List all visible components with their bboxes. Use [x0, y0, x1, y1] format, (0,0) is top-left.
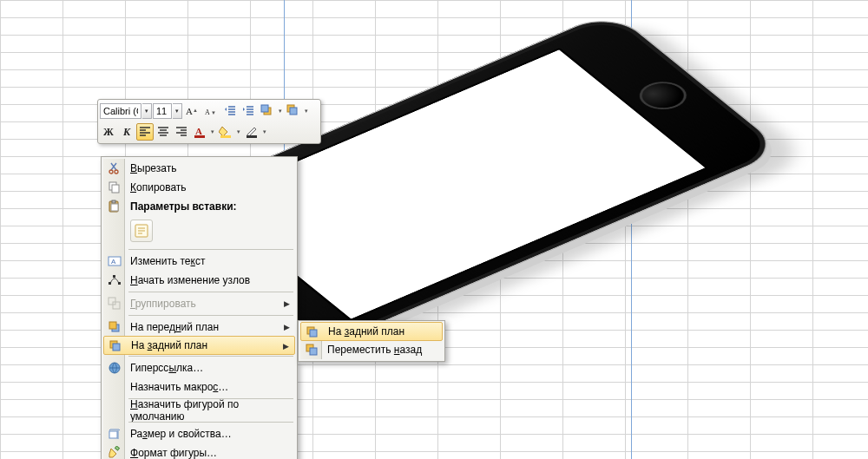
bold-button[interactable]: Ж — [100, 123, 117, 141]
svg-rect-5 — [261, 105, 268, 112]
svg-rect-35 — [310, 330, 317, 337]
copy-icon — [107, 180, 122, 194]
menu-item-bring-to-front[interactable]: На передний план ▶ — [103, 318, 295, 337]
font-size-combo[interactable] — [153, 103, 172, 119]
context-menu: ВВырезатьырезать Копировать Параметры вс… — [101, 156, 298, 459]
bring-to-front-icon — [107, 320, 122, 334]
svg-rect-15 — [112, 185, 119, 193]
increase-indent-icon — [242, 104, 256, 118]
svg-rect-26 — [113, 302, 120, 309]
fill-color-icon — [219, 125, 233, 139]
group-icon — [107, 297, 122, 311]
font-name-combo[interactable] — [100, 103, 141, 119]
submenu-send-to-back: На задний план Переместить назад — [298, 320, 445, 362]
align-left-button[interactable] — [136, 123, 154, 141]
send-to-back-icon — [108, 339, 122, 353]
svg-rect-37 — [310, 348, 317, 355]
menu-item-label: Назначить макрос… — [130, 381, 228, 393]
grow-font-icon: A▲ — [185, 104, 199, 118]
grow-font-button[interactable]: A▲ — [183, 102, 201, 120]
format-shape-icon — [107, 446, 122, 459]
menu-item-label: Изменить текст — [130, 255, 205, 267]
menu-item-label: Гиперссылка… — [130, 362, 203, 374]
mini-toolbar: ▾ ▾ A▲ A▼ ▾ ▾ Ж К — [97, 99, 321, 144]
edit-points-icon — [107, 273, 122, 287]
menu-item-edit-text[interactable]: A Изменить текст — [103, 252, 295, 271]
submenu-item-send-to-back[interactable]: На задний план — [300, 322, 443, 341]
outline-color-split[interactable]: ▾ — [243, 123, 268, 141]
paste-icon — [107, 200, 122, 213]
svg-point-13 — [115, 170, 118, 174]
menu-item-cut[interactable]: ВВырезатьырезать — [103, 159, 295, 178]
menu-separator — [128, 356, 293, 357]
align-center-button[interactable] — [155, 123, 172, 141]
send-to-back-icon — [305, 325, 319, 339]
cut-icon — [107, 161, 122, 175]
menu-item-label: Переместить назад — [327, 344, 422, 356]
bring-forward-split[interactable]: ▾ — [259, 102, 284, 120]
menu-item-size-properties[interactable]: Размер и свойства… — [103, 424, 295, 443]
send-backward-icon — [286, 104, 300, 118]
font-name-dropdown[interactable]: ▾ — [142, 103, 152, 119]
bring-forward-icon — [260, 104, 274, 118]
menu-item-label: Параметры вставки: — [130, 200, 237, 213]
menu-item-label: Размер и свойства… — [130, 428, 232, 440]
menu-item-format-shape[interactable]: Формат фигуры… — [103, 443, 295, 459]
menu-separator — [128, 422, 293, 423]
menu-item-send-to-back[interactable]: На задний план ▶ — [103, 336, 295, 355]
svg-rect-23 — [113, 275, 115, 278]
font-size-dropdown[interactable]: ▾ — [173, 103, 182, 119]
svg-text:A: A — [186, 106, 193, 116]
menu-item-label: На задний план — [131, 339, 207, 351]
svg-rect-17 — [112, 200, 115, 203]
svg-rect-33 — [115, 446, 119, 450]
menu-item-assign-macro[interactable]: Назначить макрос… — [103, 377, 295, 397]
fill-color-split[interactable]: ▾ — [217, 123, 242, 141]
svg-rect-28 — [109, 322, 116, 329]
menu-separator — [128, 315, 293, 316]
paste-option-default[interactable] — [130, 220, 153, 242]
submenu-arrow-icon: ▶ — [284, 323, 290, 331]
paste-options-row — [103, 216, 295, 247]
svg-rect-24 — [118, 282, 121, 285]
font-color-split[interactable]: A ▾ — [191, 123, 216, 141]
decrease-indent-button[interactable] — [222, 102, 240, 120]
menu-item-paste-options-header: Параметры вставки: — [103, 197, 295, 216]
bold-icon: Ж — [103, 126, 114, 139]
svg-text:A: A — [111, 258, 116, 266]
svg-rect-32 — [109, 431, 117, 438]
menu-item-set-default-shape[interactable]: Назначить фигурой по умолчанию — [103, 401, 295, 420]
svg-rect-25 — [108, 298, 115, 305]
menu-separator — [128, 249, 293, 250]
align-right-button[interactable] — [173, 123, 190, 141]
svg-rect-10 — [220, 135, 231, 138]
svg-rect-11 — [247, 135, 257, 138]
svg-text:▲: ▲ — [193, 108, 198, 113]
svg-rect-7 — [290, 108, 297, 115]
menu-item-label: ВВырезатьырезать — [130, 162, 176, 174]
decrease-indent-icon — [224, 104, 238, 118]
increase-indent-button[interactable] — [240, 102, 258, 120]
svg-point-12 — [109, 170, 113, 174]
submenu-item-send-backward[interactable]: Переместить назад — [300, 340, 443, 359]
send-backward-split[interactable]: ▾ — [285, 102, 310, 120]
menu-item-copy[interactable]: Копировать — [103, 178, 295, 197]
shrink-font-button[interactable]: A▼ — [201, 102, 219, 120]
menu-item-hyperlink[interactable]: Гиперссылка… — [103, 358, 295, 377]
font-color-icon: A — [193, 125, 207, 139]
menu-item-label: На задний план — [328, 325, 404, 338]
menu-item-label: Начать изменение узлов — [130, 274, 250, 286]
menu-item-label: На передний план — [130, 321, 219, 333]
menu-item-label: Группировать — [130, 298, 196, 310]
svg-text:A: A — [205, 108, 210, 116]
menu-separator — [128, 292, 293, 292]
svg-text:A: A — [195, 126, 202, 136]
svg-rect-18 — [111, 204, 118, 211]
italic-icon: К — [123, 126, 130, 139]
align-center-icon — [156, 125, 170, 139]
menu-item-label: Назначить фигурой по умолчанию — [130, 398, 279, 423]
italic-button[interactable]: К — [118, 123, 135, 141]
align-right-icon — [174, 125, 188, 139]
menu-item-edit-points[interactable]: Начать изменение узлов — [103, 271, 295, 290]
svg-rect-30 — [113, 344, 120, 351]
